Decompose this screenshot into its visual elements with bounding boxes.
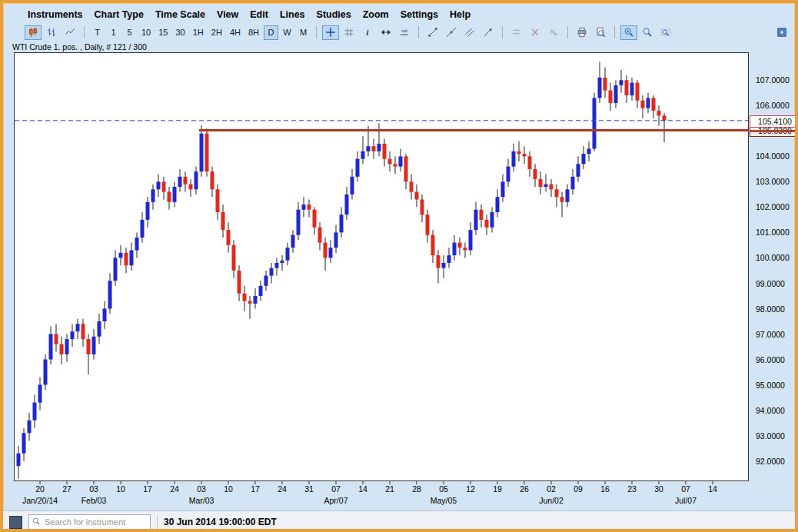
menu-chart-type[interactable]: Chart Type xyxy=(95,9,144,20)
magnifier-icon xyxy=(642,27,653,38)
timeframe-1-button[interactable]: 1 xyxy=(106,25,121,40)
x-tick-label: 31 xyxy=(304,484,314,494)
ray-tool-button[interactable] xyxy=(480,25,497,40)
volume-icon: vol xyxy=(399,27,410,38)
x-tick-label: 14 xyxy=(708,484,717,494)
chart-area[interactable]: 107.0000106.0000105.0000104.0000103.0000… xyxy=(14,52,795,510)
parallel-lines-tool-button[interactable] xyxy=(461,25,478,40)
extended-line-tool-button[interactable] xyxy=(443,25,460,40)
delete-all-icon: Nall xyxy=(548,27,559,38)
y-axis-label: 95.0000 xyxy=(756,381,785,390)
x-tick-label: 10 xyxy=(224,484,233,494)
menu-lines[interactable]: Lines xyxy=(280,9,305,20)
y-axis-label: 94.0000 xyxy=(756,406,785,415)
x-tick-label: 24 xyxy=(278,484,287,494)
horizontal-scale-button[interactable] xyxy=(377,25,394,40)
x-tick-label: 12 xyxy=(466,484,475,494)
side-panel-button[interactable] xyxy=(773,25,790,39)
instrument-search[interactable] xyxy=(28,514,151,530)
timeframe-2h-button[interactable]: 2H xyxy=(208,25,225,40)
menu-zoom[interactable]: Zoom xyxy=(363,9,389,20)
x-month-label: Jul/07 xyxy=(675,496,697,505)
menu-time-scale[interactable]: Time Scale xyxy=(155,9,205,20)
time-axis[interactable]: 20Jan/20/142703Feb/0310172403Mar/0310172… xyxy=(14,481,749,510)
trendline-tool-button[interactable] xyxy=(424,25,441,40)
search-input[interactable] xyxy=(43,517,143,527)
parallel-shift-icon xyxy=(511,27,522,38)
timeframe-m-button[interactable]: M xyxy=(296,25,311,40)
svg-text:all: all xyxy=(554,32,557,36)
x-tick-label: 16 xyxy=(600,484,610,494)
y-axis-label: 92.0000 xyxy=(756,457,785,466)
x-tick-label: 03 xyxy=(89,484,98,494)
x-tick-label: 05 xyxy=(439,484,448,494)
print-button[interactable] xyxy=(574,25,590,40)
x-tick-label: 23 xyxy=(627,484,637,494)
horizontal-expand-icon xyxy=(381,27,391,38)
zoom-in-button[interactable] xyxy=(620,25,637,40)
y-axis-label: 93.0000 xyxy=(756,431,785,441)
panel-icon xyxy=(776,27,787,38)
ohlc-bars-button[interactable] xyxy=(43,25,60,40)
x-tick-label: 19 xyxy=(493,484,502,494)
ohlc-bars-icon xyxy=(46,27,57,38)
workspace-color-swatch[interactable] xyxy=(9,516,22,529)
grid-toggle-button[interactable] xyxy=(341,25,357,40)
timeframe-30-button[interactable]: 30 xyxy=(173,25,188,40)
line-chart-button[interactable] xyxy=(62,25,78,40)
timeframe-5-button[interactable]: 5 xyxy=(122,25,137,40)
menu-settings[interactable]: Settings xyxy=(401,9,438,20)
menu-edit[interactable]: Edit xyxy=(250,9,268,20)
toolbar: T151015301H2H4H8HDWMivolNall xyxy=(3,23,795,42)
y-axis-label: 104.0000 xyxy=(756,151,790,161)
line-chart-icon xyxy=(65,27,75,38)
timeframe-1h-button[interactable]: 1H xyxy=(190,25,207,40)
search-icon xyxy=(32,515,41,529)
x-tick-label: 02 xyxy=(547,484,556,494)
crosshair-button[interactable] xyxy=(322,25,339,40)
y-axis-label: 107.0000 xyxy=(756,75,790,85)
toolbar-right-group xyxy=(773,25,790,39)
menu-instruments[interactable]: Instruments xyxy=(28,9,83,20)
x-month-label: Jun/02 xyxy=(539,496,564,505)
y-axis-label: 103.0000 xyxy=(756,177,790,186)
timeframe-t-button[interactable]: T xyxy=(90,25,105,40)
candlestick-chart-button[interactable] xyxy=(25,25,42,40)
x-tick-label: 17 xyxy=(251,484,260,494)
timeframe-d-button[interactable]: D xyxy=(264,25,278,40)
timeframe-w-button[interactable]: W xyxy=(280,25,294,40)
x-tick-label: 17 xyxy=(143,484,152,494)
menu-help[interactable]: Help xyxy=(450,9,470,20)
zoom-region-button[interactable] xyxy=(657,25,674,40)
parallel-shift-button xyxy=(508,25,525,40)
x-tick-label: 07 xyxy=(681,484,690,494)
timeframe-8h-button[interactable]: 8H xyxy=(245,25,262,40)
x-month-label: Apr/07 xyxy=(324,496,348,505)
parallel-lines-icon xyxy=(464,27,475,38)
y-axis-label: 99.0000 xyxy=(756,279,785,288)
x-month-label: Mar/03 xyxy=(189,496,214,505)
menu-view[interactable]: View xyxy=(217,9,238,20)
svg-text:i: i xyxy=(367,28,369,37)
volume-toggle-button[interactable]: vol xyxy=(396,25,413,40)
y-axis-label: 102.0000 xyxy=(756,202,790,211)
svg-text:vol: vol xyxy=(401,28,407,33)
info-button[interactable]: i xyxy=(359,25,376,40)
print-preview-button[interactable] xyxy=(592,25,609,40)
magnifier-button[interactable] xyxy=(639,25,656,40)
timeframe-4h-button[interactable]: 4H xyxy=(227,25,244,40)
y-axis-label: 101.0000 xyxy=(756,228,790,237)
timeframe-15-button[interactable]: 15 xyxy=(155,25,171,40)
price-chart[interactable] xyxy=(14,52,750,487)
x-tick-label: 14 xyxy=(358,484,367,494)
grid-icon xyxy=(344,27,354,38)
timeframe-10-button[interactable]: 10 xyxy=(138,25,154,40)
candlestick-icon xyxy=(28,27,38,38)
menu-studies[interactable]: Studies xyxy=(317,9,351,20)
info-icon: i xyxy=(362,27,373,38)
statusbar-separator xyxy=(157,515,158,529)
x-tick-label: 10 xyxy=(116,484,125,494)
x-tick-label: 30 xyxy=(654,484,663,494)
toolbar-separator xyxy=(418,26,419,38)
x-tick-label: 03 xyxy=(197,484,206,494)
